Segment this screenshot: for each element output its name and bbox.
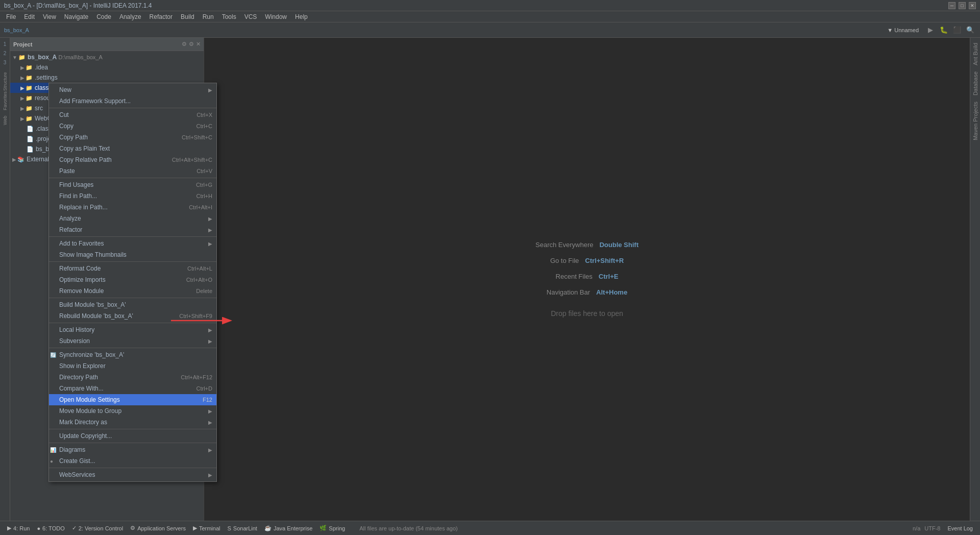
menu-item-view[interactable]: View <box>39 12 60 21</box>
ctx-separator-22 <box>49 298 216 298</box>
ctx-item-diagrams[interactable]: 📊Diagrams▶ <box>49 444 216 455</box>
minimize-button[interactable]: ─ <box>948 2 955 9</box>
tree-item-settings[interactable]: ▶ 📁 .settings <box>10 72 204 83</box>
status-run[interactable]: ▶ 4: Run <box>4 524 33 532</box>
ctx-item-cut[interactable]: CutCtrl+X <box>49 109 216 120</box>
close-panel-icon[interactable]: ✕ <box>196 41 201 47</box>
context-menu: New▶Add Framework Support...CutCtrl+XCop… <box>48 83 217 482</box>
ctx-item-label: Paste <box>59 167 186 175</box>
event-log-button[interactable]: Event Log <box>944 524 976 532</box>
ctx-item-analyze[interactable]: Analyze▶ <box>49 213 216 224</box>
ctx-item-copy[interactable]: CopyCtrl+C <box>49 120 216 132</box>
file-icon-classpath: 📄 <box>27 126 34 132</box>
status-todo[interactable]: ● 6: TODO <box>34 524 67 532</box>
maximize-button[interactable]: □ <box>959 2 966 9</box>
ctx-item-find-in-path---[interactable]: Find in Path...Ctrl+H <box>49 190 216 202</box>
ctx-item-new[interactable]: New▶ <box>49 84 216 95</box>
status-vcs[interactable]: ✓ 2: Version Control <box>69 524 126 532</box>
ctx-item-copy-relative-path[interactable]: Copy Relative PathCtrl+Alt+Shift+C <box>49 154 216 165</box>
maven-projects-panel[interactable]: Maven Projects <box>971 99 979 143</box>
menu-item-analyze[interactable]: Analyze <box>115 12 145 21</box>
status-java-enterprise[interactable]: ☕ Java Enterprise <box>261 524 315 532</box>
menu-item-tools[interactable]: Tools <box>218 12 240 21</box>
search-button[interactable]: 🔍 <box>965 25 976 36</box>
settings-icon[interactable]: ⚙ <box>189 41 194 47</box>
java-enterprise-label: Java Enterprise <box>274 525 312 531</box>
ctx-item-local-history[interactable]: Local History▶ <box>49 324 216 335</box>
file-icon-bs-box: 📄 <box>27 146 34 153</box>
ctx-item-reformat-code[interactable]: Reformat CodeCtrl+Alt+L <box>49 263 216 274</box>
ctx-item-synchronize--bs-box-a-[interactable]: 🔄Synchronize 'bs_box_A' <box>49 349 216 360</box>
ctx-item-add-framework-support---[interactable]: Add Framework Support... <box>49 95 216 107</box>
menu-item-refactor[interactable]: Refactor <box>145 12 177 21</box>
ctx-item-copy-path[interactable]: Copy PathCtrl+Shift+C <box>49 132 216 143</box>
left-icon-3[interactable]: 3 <box>1 58 9 66</box>
tree-label-settings: .settings <box>35 74 58 81</box>
menu-item-vcs[interactable]: VCS <box>240 12 261 21</box>
ctx-item-find-usages[interactable]: Find UsagesCtrl+G <box>49 179 216 190</box>
ctx-item-label: Mark Directory as <box>59 419 206 426</box>
menu-item-run[interactable]: Run <box>199 12 218 21</box>
ctx-item-subversion[interactable]: Subversion▶ <box>49 335 216 347</box>
stop-button[interactable]: ⬛ <box>951 25 963 36</box>
menu-item-window[interactable]: Window <box>261 12 291 21</box>
menu-item-help[interactable]: Help <box>291 12 312 21</box>
debug-button[interactable]: 🐛 <box>938 25 949 36</box>
tree-item-idea[interactable]: ▶ 📁 .idea <box>10 62 204 72</box>
left-icon-web[interactable]: Web <box>1 116 9 125</box>
hint-nav-bar: Navigation Bar Alt+Home <box>547 288 627 296</box>
ctx-item-paste[interactable]: PasteCtrl+V <box>49 165 216 177</box>
ctx-item-directory-path[interactable]: Directory PathCtrl+Alt+F12 <box>49 372 216 383</box>
ctx-item-create-gist---[interactable]: ●Create Gist... <box>49 455 216 467</box>
status-right: n/a UTF-8 Event Log <box>913 524 976 532</box>
ctx-item-show-image-thumbnails[interactable]: Show Image Thumbnails <box>49 249 216 260</box>
spring-label: Spring <box>329 525 345 531</box>
hint-recent-label: Recent Files <box>556 273 593 280</box>
menu-item-code[interactable]: Code <box>92 12 115 21</box>
ant-build-panel[interactable]: Ant Build <box>971 40 979 68</box>
ctx-item-add-to-favorites[interactable]: Add to Favorites▶ <box>49 238 216 249</box>
toolbar: bs_box_A ▼ Unnamed ▶ 🐛 ⬛ 🔍 <box>0 22 980 38</box>
left-icon-2[interactable]: 2 <box>1 49 9 57</box>
close-button[interactable]: ✕ <box>969 2 976 9</box>
ctx-item-remove-module[interactable]: Remove ModuleDelete <box>49 285 216 297</box>
ctx-item-move-module-to-group[interactable]: Move Module to Group▶ <box>49 405 216 417</box>
ctx-item-open-module-settings[interactable]: Open Module SettingsF12 <box>49 394 216 405</box>
database-panel[interactable]: Database <box>971 68 979 99</box>
ctx-item-webservices[interactable]: WebServices▶ <box>49 469 216 480</box>
expand-arrow-settings: ▶ <box>20 75 24 81</box>
ctx-item-copy-as-plain-text[interactable]: Copy as Plain Text <box>49 143 216 154</box>
menu-item-build[interactable]: Build <box>177 12 199 21</box>
run-button[interactable]: ▶ <box>925 25 936 36</box>
ctx-item-optimize-imports[interactable]: Optimize ImportsCtrl+Alt+O <box>49 274 216 285</box>
folder-icon-src: 📁 <box>26 105 33 112</box>
menu-item-edit[interactable]: Edit <box>20 12 39 21</box>
status-spring[interactable]: 🌿 Spring <box>316 524 348 532</box>
left-icon-structure[interactable]: Structure <box>1 78 9 86</box>
ctx-item-show-in-explorer[interactable]: Show in Explorer <box>49 360 216 372</box>
ctx-item-replace-in-path---[interactable]: Replace in Path...Ctrl+Alt+I <box>49 202 216 213</box>
left-icon-1[interactable]: 1 <box>1 40 9 48</box>
title-bar-text: bs_box_A - [D:\mall\bs_box_A] - IntelliJ… <box>4 2 152 9</box>
menu-item-navigate[interactable]: Navigate <box>60 12 92 21</box>
status-app-servers[interactable]: ⚙ Application Servers <box>127 524 189 532</box>
ctx-item-build-module--bs-box-a-[interactable]: Build Module 'bs_box_A' <box>49 299 216 310</box>
ctx-submenu-arrow: ▶ <box>208 241 212 247</box>
ctx-item-shortcut: Ctrl+G <box>196 182 212 188</box>
tree-root[interactable]: ▼ 📁 bs_box_A D:\mall\bs_box_A <box>10 52 204 62</box>
ctx-item-shortcut: Ctrl+C <box>197 123 212 129</box>
ctx-item-update-copyright---[interactable]: Update Copyright... <box>49 430 216 442</box>
hint-goto-file: Go to File Ctrl+Shift+R <box>550 257 624 264</box>
ctx-item-label: Build Module 'bs_box_A' <box>59 301 212 308</box>
menu-item-file[interactable]: File <box>2 12 20 21</box>
ctx-item-label: Find Usages <box>59 181 186 188</box>
ctx-item-compare-with---[interactable]: Compare With...Ctrl+D <box>49 383 216 394</box>
ctx-item-mark-directory-as[interactable]: Mark Directory as▶ <box>49 417 216 428</box>
status-sonarlint[interactable]: S SonarLint <box>224 524 260 532</box>
left-icon-favorites[interactable]: Favorites <box>1 97 9 105</box>
ctx-item-refactor[interactable]: Refactor▶ <box>49 224 216 235</box>
gear-icon[interactable]: ⚙ <box>182 41 187 47</box>
status-terminal[interactable]: ▶ Terminal <box>190 524 224 532</box>
expand-arrow: ▼ <box>12 55 17 60</box>
ctx-item-label: Find in Path... <box>59 192 186 200</box>
